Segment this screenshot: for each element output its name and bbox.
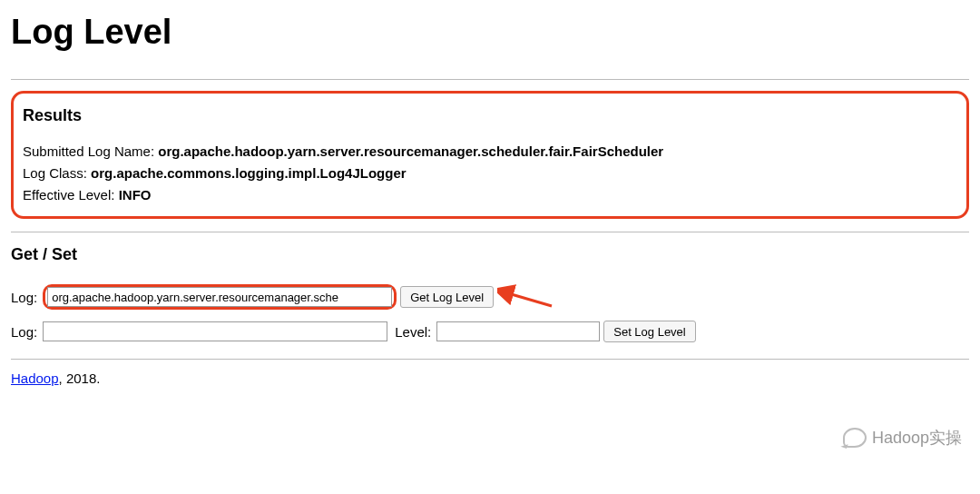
get-log-input[interactable]: [47, 287, 392, 307]
arrow-annotation: [497, 284, 552, 310]
set-row: Log: Level: Set Log Level: [11, 321, 969, 342]
level-input[interactable]: [436, 321, 600, 341]
effective-level-value: INFO: [119, 187, 152, 203]
footer: Hadoop, 2018.: [11, 370, 969, 386]
svg-line-0: [508, 293, 552, 306]
submitted-log-value: org.apache.hadoop.yarn.server.resourcema…: [158, 143, 663, 159]
log-class-label: Log Class:: [23, 165, 91, 181]
set-log-label: Log:: [11, 324, 37, 340]
log-class-value: org.apache.commons.logging.impl.Log4JLog…: [91, 165, 407, 181]
set-log-level-button[interactable]: Set Log Level: [603, 321, 696, 342]
get-log-highlight-box: [43, 284, 397, 310]
divider: [11, 79, 969, 80]
effective-level-line: Effective Level: INFO: [23, 185, 957, 204]
level-label: Level:: [395, 324, 431, 340]
set-log-input[interactable]: [43, 321, 387, 341]
footer-text: , 2018.: [59, 370, 101, 386]
divider: [11, 232, 969, 232]
getset-heading: Get / Set: [11, 245, 969, 264]
submitted-log-label: Submitted Log Name:: [23, 143, 158, 159]
divider: [11, 359, 969, 360]
submitted-log-line: Submitted Log Name: org.apache.hadoop.ya…: [23, 142, 957, 161]
log-class-line: Log Class: org.apache.commons.logging.im…: [23, 163, 957, 183]
effective-level-label: Effective Level:: [23, 187, 119, 203]
get-log-level-button[interactable]: Get Log Level: [400, 286, 494, 308]
hadoop-link[interactable]: Hadoop: [11, 370, 59, 386]
results-highlight-box: Results Submitted Log Name: org.apache.h…: [11, 91, 969, 219]
get-row: Log: Get Log Level: [11, 284, 969, 310]
get-log-label: Log:: [11, 290, 37, 305]
page-title: Log Level: [11, 13, 969, 52]
results-heading: Results: [23, 106, 957, 125]
